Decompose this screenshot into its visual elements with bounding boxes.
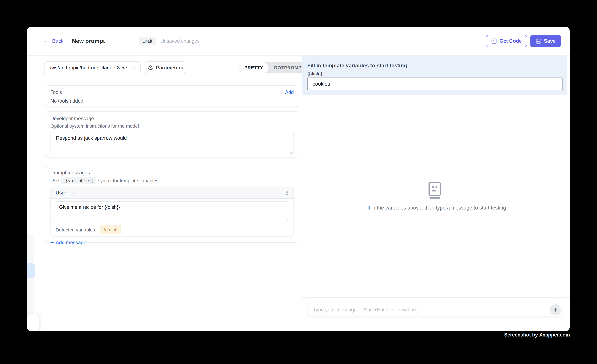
developer-message-textarea[interactable]: Respond as jack sparrow would: [50, 132, 294, 156]
template-variables-panel: Fill in template variables to start test…: [302, 56, 567, 95]
save-button[interactable]: Save: [530, 35, 561, 47]
developer-message-subtitle: Optional system instructions for the mod…: [50, 123, 294, 129]
sidebar-bottom-card: [27, 314, 39, 331]
save-label: Save: [544, 38, 556, 44]
prompt-messages-title: Prompt messages: [50, 170, 294, 176]
dish-variable-label: {{dish}}: [307, 71, 567, 76]
pencil-icon: ✎: [103, 227, 107, 232]
role-select-value: User: [56, 190, 66, 196]
tools-card-header: Tools + Add: [50, 90, 294, 95]
template-syntax-hint: Use {{variable}} syntax for template var…: [50, 177, 294, 184]
get-code-label: Get Code: [499, 38, 522, 44]
model-selector-value: aws/anthropic/bedrock-claude-3-5-s...: [48, 65, 132, 71]
tools-title: Tools: [50, 90, 62, 95]
tools-empty-text: No tools added: [50, 98, 294, 104]
send-message-button[interactable]: [550, 304, 561, 315]
add-message-label: Add message: [56, 240, 86, 245]
get-code-button[interactable]: Get Code: [486, 35, 527, 47]
plus-icon: +: [280, 90, 283, 95]
save-floppy-icon: [535, 38, 542, 44]
draft-status-badge: Draft: [139, 37, 156, 46]
chevron-down-icon: [72, 192, 76, 194]
robot-face-icon: [428, 182, 442, 199]
gear-icon: ⚙: [148, 64, 153, 71]
variable-badge-label: dish: [109, 227, 117, 232]
resize-handle-icon[interactable]: [289, 151, 292, 154]
tools-card: Tools + Add No tools added: [45, 85, 299, 107]
arrow-up-icon: [553, 307, 558, 312]
chat-test-area: Fill in the variables above, then type a…: [302, 95, 570, 331]
prompt-editor-window: ← Back New prompt Draft Unsaved changes …: [27, 27, 570, 331]
plus-icon: +: [50, 240, 54, 245]
add-tool-button[interactable]: + Add: [280, 90, 294, 95]
developer-message-card: Developer message Optional system instru…: [45, 111, 299, 158]
toggle-pretty[interactable]: PRETTY: [239, 62, 269, 73]
background-sidebar-strip: [27, 234, 34, 331]
variable-syntax-chip: {{variable}}: [61, 177, 96, 184]
hint-prefix: Use: [50, 178, 59, 183]
dish-variable-input[interactable]: [307, 77, 563, 90]
role-select[interactable]: User: [56, 190, 76, 196]
unsaved-changes-text: Unsaved changes: [160, 38, 200, 44]
add-tool-label: Add: [285, 90, 294, 95]
prompt-messages-card: Prompt messages Use {{variable}} syntax …: [45, 166, 299, 243]
hint-suffix: syntax for template variables: [98, 178, 158, 183]
message-body: Give me a recipe for {{dish}} Detected v…: [51, 199, 293, 236]
back-arrow-icon: ←: [43, 38, 50, 44]
prompt-message-block: User Give me a recipe for {{dish}} Detec…: [50, 187, 294, 237]
chat-empty-text: Fill in the variables above, then type a…: [302, 205, 567, 211]
developer-message-title: Developer message: [50, 116, 294, 121]
message-role-header: User: [51, 187, 293, 199]
back-button[interactable]: ← Back: [43, 38, 63, 44]
message-field-wrap: Give me a recipe for {{dish}}: [54, 201, 290, 223]
detected-variables-row: Detected variables: ✎ dish: [54, 226, 290, 235]
add-message-button[interactable]: + Add message: [50, 240, 86, 245]
sidebar-active-item[interactable]: [27, 263, 35, 278]
variables-panel-title: Fill in template variables to start test…: [307, 63, 567, 68]
chevron-down-icon: [132, 67, 136, 69]
chat-input-row: [307, 303, 562, 316]
variable-badge-dish[interactable]: ✎ dish: [100, 226, 121, 234]
back-label: Back: [52, 38, 63, 44]
resize-handle-icon[interactable]: [285, 218, 289, 221]
format-toggle: PRETTY DOTPROMPT: [239, 62, 310, 73]
drag-handle-icon[interactable]: [285, 190, 289, 196]
parameters-button[interactable]: ⚙ Parameters: [145, 61, 186, 74]
page-title: New prompt: [72, 38, 105, 44]
header: ← Back New prompt Draft Unsaved changes …: [27, 27, 570, 56]
model-selector[interactable]: aws/anthropic/bedrock-claude-3-5-s...: [44, 61, 141, 74]
chat-input-divider: [302, 297, 570, 298]
chat-empty-state: Fill in the variables above, then type a…: [302, 182, 567, 211]
watermark-text: Screenshot by Xnapper.com: [504, 332, 570, 338]
parameters-label: Parameters: [156, 65, 183, 71]
user-message-textarea[interactable]: Give me a recipe for {{dish}}: [54, 201, 290, 223]
detected-variables-label: Detected variables:: [56, 227, 96, 233]
developer-message-field-wrap: Respond as jack sparrow would: [50, 132, 294, 156]
code-terminal-icon: [491, 38, 497, 44]
chat-message-input[interactable]: [307, 303, 562, 316]
